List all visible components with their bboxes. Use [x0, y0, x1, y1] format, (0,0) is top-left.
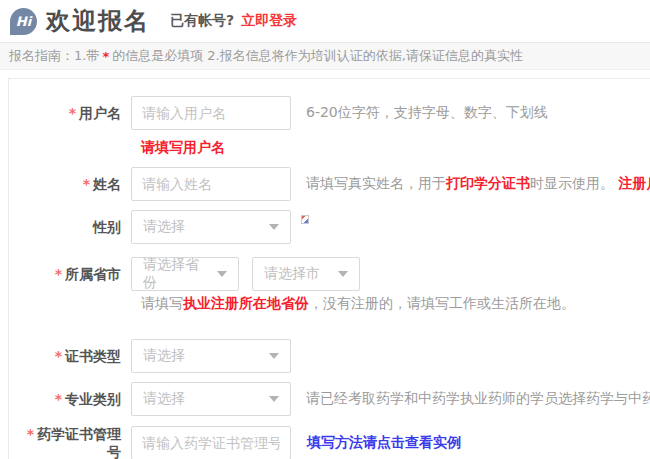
chevron-down-icon	[269, 353, 279, 359]
cert-type-select-value: 请选择	[143, 347, 185, 365]
city-select[interactable]: 请选择市	[252, 257, 360, 291]
required-asterisk: *	[55, 266, 62, 282]
cert-type-select[interactable]: 请选择	[131, 339, 291, 373]
username-hint: 6-20位字符，支持字母、数字、下划线	[306, 104, 548, 122]
chevron-down-icon	[269, 396, 279, 402]
username-label-text: 用户名	[79, 105, 121, 121]
realname-hint: 请填写真实姓名，用于打印学分证书时显示使用。 注册后不可修改	[306, 175, 650, 193]
chevron-down-icon	[217, 271, 227, 277]
signup-guide-bar: 报名指南：1.带 * 的信息是必填项 2.报名信息将作为培训认证的依据,请保证信…	[0, 42, 650, 70]
region-hint: 请填写执业注册所在地省份，没有注册的，请填写工作或生活所在地。	[141, 295, 650, 313]
city-select-value: 请选择市	[264, 265, 320, 283]
pharmacy-cert-label: *药学证书管理号	[9, 425, 131, 459]
tiny-broken-image-icon	[301, 215, 309, 224]
realname-hint-gray1: 请填写真实姓名，用于	[306, 175, 446, 191]
notice-text-after: 的信息是必填项 2.报名信息将作为培训认证的依据,请保证信息的真实性	[112, 47, 523, 65]
required-star-legend: *	[102, 49, 109, 64]
major-label-text: 专业类别	[65, 391, 121, 407]
page-header: Hi 欢迎报名 已有帐号? 立即登录	[0, 0, 650, 42]
gender-select-value: 请选择	[143, 218, 185, 236]
registration-form-panel: *用户名 6-20位字符，支持字母、数字、下划线 请填写用户名 *姓名 请填写真…	[8, 78, 650, 459]
hi-bubble-icon: Hi	[10, 8, 37, 35]
pharmacy-cert-label-text: 药学证书管理号	[37, 426, 121, 459]
login-link[interactable]: 立即登录	[241, 12, 297, 30]
chevron-down-icon	[338, 271, 348, 277]
major-row: *专业类别 请选择 请已经考取药学和中药学执业药师的学员选择药学与中药学	[9, 382, 650, 416]
hi-icon-label: Hi	[16, 14, 31, 29]
required-asterisk: *	[55, 348, 62, 364]
required-asterisk: *	[69, 105, 76, 121]
province-select[interactable]: 请选择省份	[131, 257, 239, 291]
region-label: *所属省市	[9, 265, 131, 283]
pharmacy-cert-row: *药学证书管理号 填写方法请点击查看实例	[9, 425, 650, 459]
major-label: *专业类别	[9, 390, 131, 408]
major-select[interactable]: 请选择	[131, 382, 291, 416]
region-hint-gray2: ，没有注册的，请填写工作或生活所在地。	[309, 295, 575, 311]
realname-input[interactable]	[131, 167, 291, 201]
gender-label: 性别	[9, 218, 131, 236]
cert-type-label-text: 证书类型	[65, 348, 121, 364]
required-asterisk: *	[55, 391, 62, 407]
username-row: *用户名 6-20位字符，支持字母、数字、下划线	[9, 96, 650, 130]
notice-text-before: 报名指南：1.带	[9, 47, 99, 65]
cert-type-row: *证书类型 请选择	[9, 339, 650, 373]
pharmacy-cert-input[interactable]	[131, 426, 291, 459]
region-hint-red: 执业注册所在地省份	[183, 295, 309, 311]
realname-hint-red2: 注册后不可修改	[618, 175, 650, 191]
realname-hint-red1: 打印学分证书	[446, 175, 530, 191]
required-asterisk: *	[83, 176, 90, 192]
region-row: *所属省市 请选择省份 请选择市	[9, 257, 650, 291]
required-asterisk: *	[27, 426, 34, 442]
example-link[interactable]: 填写方法请点击查看实例	[307, 434, 461, 452]
realname-row: *姓名 请填写真实姓名，用于打印学分证书时显示使用。 注册后不可修改	[9, 167, 650, 201]
realname-label: *姓名	[9, 175, 131, 193]
province-select-value: 请选择省份	[143, 256, 211, 292]
major-select-value: 请选择	[143, 390, 185, 408]
cert-type-label: *证书类型	[9, 347, 131, 365]
username-input[interactable]	[131, 96, 291, 130]
major-hint: 请已经考取药学和中药学执业药师的学员选择药学与中药学	[306, 390, 650, 408]
gender-select[interactable]: 请选择	[131, 210, 291, 244]
realname-label-text: 姓名	[93, 176, 121, 192]
region-hint-gray1: 请填写	[141, 295, 183, 311]
username-label: *用户名	[9, 104, 131, 122]
region-label-text: 所属省市	[65, 266, 121, 282]
page-title: 欢迎报名	[46, 5, 150, 37]
username-error: 请填写用户名	[141, 139, 650, 157]
realname-hint-gray2: 时显示使用。	[530, 175, 618, 191]
gender-row: 性别 请选择	[9, 210, 650, 244]
chevron-down-icon	[269, 224, 279, 230]
account-question-text: 已有帐号?	[170, 12, 234, 30]
